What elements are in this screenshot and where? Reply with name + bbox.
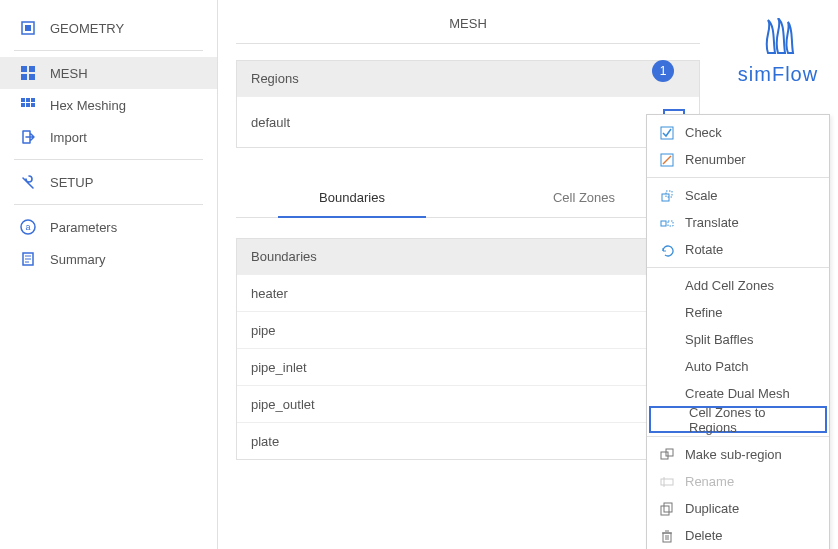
boundary-name: heater [251,286,635,301]
boundary-name: pipe_inlet [251,360,635,375]
sidebar-item-summary[interactable]: Summary [0,243,217,275]
svg-rect-4 [21,74,27,80]
svg-rect-41 [668,221,673,226]
svg-rect-11 [31,103,35,107]
sidebar-item-hex-meshing[interactable]: Hex Meshing [0,89,217,121]
svg-rect-2 [21,66,27,72]
sidebar-item-setup[interactable]: SETUP [0,166,217,198]
boundary-row[interactable]: pipe_outlet ⌄ [237,385,699,422]
menu-duplicate[interactable]: Duplicate [647,495,829,522]
region-row[interactable]: default [237,96,699,147]
svg-rect-10 [26,103,30,107]
menu-rotate[interactable]: Rotate [647,236,829,263]
sidebar-label: GEOMETRY [50,21,124,36]
regions-panel: Regions default [236,60,700,148]
sub-region-icon [659,447,675,463]
sidebar: GEOMETRY MESH Hex Meshing Import [0,0,218,549]
menu-create-dual-mesh[interactable]: Create Dual Mesh [647,380,829,407]
parameters-icon: a [20,219,36,235]
boundary-name: plate [251,434,635,449]
menu-renumber[interactable]: Renumber [647,146,829,173]
svg-rect-3 [29,66,35,72]
check-icon [659,125,675,141]
svg-line-37 [663,156,671,164]
sidebar-label: Hex Meshing [50,98,126,113]
svg-rect-7 [26,98,30,102]
tabs: Boundaries Cell Zones [236,176,700,218]
scale-icon [659,188,675,204]
menu-translate[interactable]: Translate [647,209,829,236]
menu-cell-zones-to-regions[interactable]: Cell Zones to Regions [649,406,827,433]
boundary-row[interactable]: pipe ⌄ [237,311,699,348]
sidebar-label: Parameters [50,220,117,235]
svg-rect-44 [661,479,673,485]
translate-icon [659,215,675,231]
svg-rect-6 [21,98,25,102]
menu-check[interactable]: Check [647,119,829,146]
annotation-marker-1: 1 [652,60,674,82]
svg-rect-5 [29,74,35,80]
boundary-name: pipe [251,323,635,338]
rotate-icon [659,242,675,258]
svg-rect-8 [31,98,35,102]
svg-rect-1 [25,25,31,31]
region-name: default [251,115,290,130]
menu-scale[interactable]: Scale [647,182,829,209]
menu-auto-patch[interactable]: Auto Patch [647,353,829,380]
renumber-icon [659,152,675,168]
logo-text: simFlow [718,63,838,86]
menu-rename: Rename [647,468,829,495]
simflow-flame-icon [753,18,803,58]
import-icon [20,129,36,145]
sidebar-item-mesh[interactable]: MESH [0,57,217,89]
svg-rect-48 [663,533,671,542]
svg-rect-46 [661,506,669,515]
regions-header: Regions [237,61,699,96]
boundaries-header: Boundaries [237,239,699,274]
delete-icon [659,528,675,544]
boundary-name: pipe_outlet [251,397,635,412]
boundary-row[interactable]: heater ⌄ [237,274,699,311]
setup-icon [20,174,36,190]
boundary-row[interactable]: pipe_inlet ⌄ [237,348,699,385]
boundaries-panel: Boundaries heater ⌄ pipe ⌄ pipe_inlet ⌄ … [236,238,700,460]
region-context-menu: Check Renumber Scale Translate Rotate Ad… [646,114,830,549]
sidebar-item-import[interactable]: Import [0,121,217,153]
menu-split-baffles[interactable]: Split Baffles [647,326,829,353]
menu-refine[interactable]: Refine [647,299,829,326]
page-title: MESH [236,0,700,44]
tab-boundaries[interactable]: Boundaries [236,176,468,217]
main-panel: MESH 1 Regions default Boundaries Cell Z… [218,0,718,549]
sidebar-label: SETUP [50,175,93,190]
svg-rect-9 [21,103,25,107]
boundary-row[interactable]: plate ⌄ [237,422,699,459]
geometry-icon [20,20,36,36]
svg-text:a: a [25,222,30,232]
menu-make-sub-region[interactable]: Make sub-region [647,441,829,468]
sidebar-label: Summary [50,252,106,267]
sidebar-item-parameters[interactable]: a Parameters [0,211,217,243]
svg-rect-40 [661,221,666,226]
menu-add-cell-zones[interactable]: Add Cell Zones [647,272,829,299]
sidebar-label: MESH [50,66,88,81]
menu-delete[interactable]: Delete [647,522,829,549]
sidebar-label: Import [50,130,87,145]
sidebar-item-geometry[interactable]: GEOMETRY [0,12,217,44]
rename-icon [659,474,675,490]
mesh-icon [20,65,36,81]
duplicate-icon [659,501,675,517]
hex-meshing-icon [20,97,36,113]
summary-icon [20,251,36,267]
svg-rect-35 [661,127,673,139]
svg-rect-47 [664,503,672,512]
